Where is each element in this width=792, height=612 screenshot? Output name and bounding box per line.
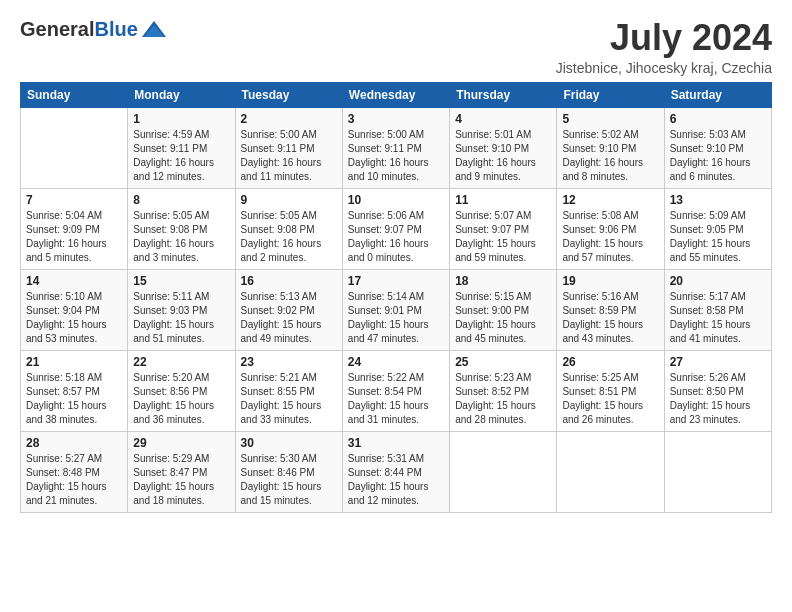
day-info: Sunrise: 5:02 AM Sunset: 9:10 PM Dayligh… — [562, 128, 658, 184]
day-info: Sunrise: 5:10 AM Sunset: 9:04 PM Dayligh… — [26, 290, 122, 346]
calendar-cell: 24Sunrise: 5:22 AM Sunset: 8:54 PM Dayli… — [342, 350, 449, 431]
calendar-cell — [21, 107, 128, 188]
calendar-header-row: SundayMondayTuesdayWednesdayThursdayFrid… — [21, 82, 772, 107]
calendar-cell: 17Sunrise: 5:14 AM Sunset: 9:01 PM Dayli… — [342, 269, 449, 350]
day-number: 1 — [133, 112, 229, 126]
month-title: July 2024 — [556, 18, 772, 58]
day-info: Sunrise: 5:13 AM Sunset: 9:02 PM Dayligh… — [241, 290, 337, 346]
calendar-cell: 18Sunrise: 5:15 AM Sunset: 9:00 PM Dayli… — [450, 269, 557, 350]
calendar-day-header: Sunday — [21, 82, 128, 107]
calendar-cell — [664, 431, 771, 512]
day-number: 16 — [241, 274, 337, 288]
location: Jistebnice, Jihocesky kraj, Czechia — [556, 60, 772, 76]
day-info: Sunrise: 5:18 AM Sunset: 8:57 PM Dayligh… — [26, 371, 122, 427]
day-number: 28 — [26, 436, 122, 450]
calendar-week-row: 14Sunrise: 5:10 AM Sunset: 9:04 PM Dayli… — [21, 269, 772, 350]
day-info: Sunrise: 5:03 AM Sunset: 9:10 PM Dayligh… — [670, 128, 766, 184]
day-info: Sunrise: 5:15 AM Sunset: 9:00 PM Dayligh… — [455, 290, 551, 346]
calendar-cell: 4Sunrise: 5:01 AM Sunset: 9:10 PM Daylig… — [450, 107, 557, 188]
day-info: Sunrise: 5:11 AM Sunset: 9:03 PM Dayligh… — [133, 290, 229, 346]
day-number: 7 — [26, 193, 122, 207]
calendar-cell: 16Sunrise: 5:13 AM Sunset: 9:02 PM Dayli… — [235, 269, 342, 350]
day-number: 26 — [562, 355, 658, 369]
day-number: 14 — [26, 274, 122, 288]
day-number: 4 — [455, 112, 551, 126]
day-number: 2 — [241, 112, 337, 126]
day-info: Sunrise: 5:01 AM Sunset: 9:10 PM Dayligh… — [455, 128, 551, 184]
calendar-week-row: 7Sunrise: 5:04 AM Sunset: 9:09 PM Daylig… — [21, 188, 772, 269]
day-number: 3 — [348, 112, 444, 126]
day-info: Sunrise: 5:07 AM Sunset: 9:07 PM Dayligh… — [455, 209, 551, 265]
day-info: Sunrise: 5:00 AM Sunset: 9:11 PM Dayligh… — [241, 128, 337, 184]
day-number: 6 — [670, 112, 766, 126]
calendar-cell: 9Sunrise: 5:05 AM Sunset: 9:08 PM Daylig… — [235, 188, 342, 269]
calendar-day-header: Tuesday — [235, 82, 342, 107]
day-info: Sunrise: 5:20 AM Sunset: 8:56 PM Dayligh… — [133, 371, 229, 427]
day-info: Sunrise: 5:21 AM Sunset: 8:55 PM Dayligh… — [241, 371, 337, 427]
calendar-day-header: Friday — [557, 82, 664, 107]
day-number: 24 — [348, 355, 444, 369]
calendar-cell: 1Sunrise: 4:59 AM Sunset: 9:11 PM Daylig… — [128, 107, 235, 188]
day-number: 5 — [562, 112, 658, 126]
calendar-cell: 10Sunrise: 5:06 AM Sunset: 9:07 PM Dayli… — [342, 188, 449, 269]
day-info: Sunrise: 5:31 AM Sunset: 8:44 PM Dayligh… — [348, 452, 444, 508]
calendar-cell: 30Sunrise: 5:30 AM Sunset: 8:46 PM Dayli… — [235, 431, 342, 512]
calendar-cell: 3Sunrise: 5:00 AM Sunset: 9:11 PM Daylig… — [342, 107, 449, 188]
day-number: 25 — [455, 355, 551, 369]
day-info: Sunrise: 5:05 AM Sunset: 9:08 PM Dayligh… — [133, 209, 229, 265]
calendar-cell: 22Sunrise: 5:20 AM Sunset: 8:56 PM Dayli… — [128, 350, 235, 431]
day-info: Sunrise: 5:26 AM Sunset: 8:50 PM Dayligh… — [670, 371, 766, 427]
day-number: 10 — [348, 193, 444, 207]
calendar-cell: 7Sunrise: 5:04 AM Sunset: 9:09 PM Daylig… — [21, 188, 128, 269]
calendar-cell: 8Sunrise: 5:05 AM Sunset: 9:08 PM Daylig… — [128, 188, 235, 269]
day-number: 23 — [241, 355, 337, 369]
calendar-cell: 31Sunrise: 5:31 AM Sunset: 8:44 PM Dayli… — [342, 431, 449, 512]
calendar-cell: 26Sunrise: 5:25 AM Sunset: 8:51 PM Dayli… — [557, 350, 664, 431]
day-info: Sunrise: 5:27 AM Sunset: 8:48 PM Dayligh… — [26, 452, 122, 508]
day-info: Sunrise: 5:25 AM Sunset: 8:51 PM Dayligh… — [562, 371, 658, 427]
calendar-cell: 23Sunrise: 5:21 AM Sunset: 8:55 PM Dayli… — [235, 350, 342, 431]
calendar-day-header: Thursday — [450, 82, 557, 107]
calendar-week-row: 1Sunrise: 4:59 AM Sunset: 9:11 PM Daylig… — [21, 107, 772, 188]
calendar-cell: 12Sunrise: 5:08 AM Sunset: 9:06 PM Dayli… — [557, 188, 664, 269]
day-info: Sunrise: 5:00 AM Sunset: 9:11 PM Dayligh… — [348, 128, 444, 184]
calendar-cell: 25Sunrise: 5:23 AM Sunset: 8:52 PM Dayli… — [450, 350, 557, 431]
calendar-cell: 13Sunrise: 5:09 AM Sunset: 9:05 PM Dayli… — [664, 188, 771, 269]
header: GeneralBlue July 2024 Jistebnice, Jihoce… — [20, 18, 772, 76]
calendar-cell: 21Sunrise: 5:18 AM Sunset: 8:57 PM Dayli… — [21, 350, 128, 431]
day-info: Sunrise: 5:22 AM Sunset: 8:54 PM Dayligh… — [348, 371, 444, 427]
day-info: Sunrise: 5:14 AM Sunset: 9:01 PM Dayligh… — [348, 290, 444, 346]
page: GeneralBlue July 2024 Jistebnice, Jihoce… — [0, 0, 792, 612]
day-info: Sunrise: 5:05 AM Sunset: 9:08 PM Dayligh… — [241, 209, 337, 265]
logo-icon — [140, 19, 168, 41]
day-number: 9 — [241, 193, 337, 207]
calendar-cell: 15Sunrise: 5:11 AM Sunset: 9:03 PM Dayli… — [128, 269, 235, 350]
day-number: 12 — [562, 193, 658, 207]
day-info: Sunrise: 5:17 AM Sunset: 8:58 PM Dayligh… — [670, 290, 766, 346]
day-info: Sunrise: 5:06 AM Sunset: 9:07 PM Dayligh… — [348, 209, 444, 265]
calendar-cell: 5Sunrise: 5:02 AM Sunset: 9:10 PM Daylig… — [557, 107, 664, 188]
day-info: Sunrise: 5:30 AM Sunset: 8:46 PM Dayligh… — [241, 452, 337, 508]
day-number: 27 — [670, 355, 766, 369]
day-info: Sunrise: 5:09 AM Sunset: 9:05 PM Dayligh… — [670, 209, 766, 265]
calendar-cell: 2Sunrise: 5:00 AM Sunset: 9:11 PM Daylig… — [235, 107, 342, 188]
calendar-day-header: Saturday — [664, 82, 771, 107]
day-number: 31 — [348, 436, 444, 450]
day-info: Sunrise: 4:59 AM Sunset: 9:11 PM Dayligh… — [133, 128, 229, 184]
day-info: Sunrise: 5:16 AM Sunset: 8:59 PM Dayligh… — [562, 290, 658, 346]
calendar-cell — [557, 431, 664, 512]
calendar-cell — [450, 431, 557, 512]
calendar-day-header: Monday — [128, 82, 235, 107]
day-info: Sunrise: 5:04 AM Sunset: 9:09 PM Dayligh… — [26, 209, 122, 265]
calendar-cell: 11Sunrise: 5:07 AM Sunset: 9:07 PM Dayli… — [450, 188, 557, 269]
day-info: Sunrise: 5:08 AM Sunset: 9:06 PM Dayligh… — [562, 209, 658, 265]
day-info: Sunrise: 5:23 AM Sunset: 8:52 PM Dayligh… — [455, 371, 551, 427]
day-number: 22 — [133, 355, 229, 369]
day-number: 8 — [133, 193, 229, 207]
day-number: 11 — [455, 193, 551, 207]
calendar-cell: 27Sunrise: 5:26 AM Sunset: 8:50 PM Dayli… — [664, 350, 771, 431]
calendar-week-row: 28Sunrise: 5:27 AM Sunset: 8:48 PM Dayli… — [21, 431, 772, 512]
day-info: Sunrise: 5:29 AM Sunset: 8:47 PM Dayligh… — [133, 452, 229, 508]
calendar-cell: 6Sunrise: 5:03 AM Sunset: 9:10 PM Daylig… — [664, 107, 771, 188]
day-number: 17 — [348, 274, 444, 288]
